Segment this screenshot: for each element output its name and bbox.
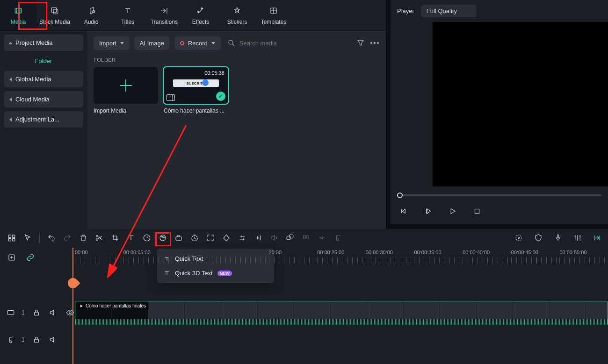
keyframe-icon[interactable] xyxy=(174,233,184,243)
mute-icon[interactable] xyxy=(317,233,327,243)
split-icon[interactable] xyxy=(94,233,104,243)
color-icon[interactable] xyxy=(158,233,168,243)
search-icon xyxy=(227,38,236,48)
caret-right-icon xyxy=(9,118,12,121)
search-field[interactable] xyxy=(225,36,351,50)
fit-icon[interactable] xyxy=(205,233,216,243)
prev-frame-button[interactable] xyxy=(399,206,409,216)
tab-label: Stock Media xyxy=(39,19,70,25)
track-manager-icon[interactable] xyxy=(7,233,17,243)
tab-media[interactable]: Media xyxy=(0,0,36,30)
timeline-ruler[interactable]: 00:00 00:00:05:00 20:00 00:00:25:00 00:0… xyxy=(0,250,608,255)
visibility-icon[interactable] xyxy=(65,307,75,318)
svg-point-23 xyxy=(305,236,307,238)
svg-rect-27 xyxy=(557,235,559,238)
templates-icon xyxy=(268,6,279,16)
auto-ripple-icon[interactable] xyxy=(592,233,602,243)
import-media-tile[interactable]: Import Media xyxy=(94,67,158,114)
render-preview-icon[interactable] xyxy=(514,233,524,243)
player-header: Player Full Quality xyxy=(391,0,608,22)
player-panel: Player Full Quality xyxy=(391,0,608,224)
quality-dropdown[interactable]: Full Quality xyxy=(421,5,477,17)
tab-templates[interactable]: Templates xyxy=(255,0,292,30)
shield-icon[interactable] xyxy=(533,233,543,243)
mixer-icon[interactable] xyxy=(572,233,583,243)
sidebar-cloud-media[interactable]: Cloud Media xyxy=(4,91,83,107)
crop-icon[interactable] xyxy=(110,233,120,243)
svg-rect-9 xyxy=(13,235,15,237)
music-link-icon[interactable] xyxy=(333,233,343,243)
svg-point-24 xyxy=(321,237,323,239)
sidebar-adjustment-layer[interactable]: Adjustment La... xyxy=(4,111,83,128)
voiceover-icon[interactable] xyxy=(553,233,563,243)
stop-button[interactable] xyxy=(472,206,482,216)
detach-audio-icon[interactable] xyxy=(269,233,279,243)
caret-right-icon xyxy=(9,98,12,101)
adjust-icon[interactable] xyxy=(237,233,247,243)
tab-effects[interactable]: Effects xyxy=(182,0,219,30)
mute-track-icon[interactable] xyxy=(48,307,58,318)
svg-rect-10 xyxy=(8,239,11,241)
seek-knob[interactable] xyxy=(397,193,403,198)
record-dropdown[interactable]: Record xyxy=(174,36,221,50)
lock-icon[interactable] xyxy=(31,335,42,345)
titles-icon xyxy=(123,6,133,16)
redo-icon[interactable] xyxy=(62,233,72,243)
svg-rect-1 xyxy=(51,7,57,13)
lock-icon[interactable] xyxy=(31,307,42,318)
seek-bar[interactable] xyxy=(397,193,601,198)
import-label: Import xyxy=(99,40,116,47)
group-icon[interactable] xyxy=(285,233,295,243)
tab-stock-media[interactable]: Stock Media xyxy=(36,0,73,30)
mute-track-icon[interactable] xyxy=(48,335,58,345)
svg-point-17 xyxy=(163,237,164,238)
delete-icon[interactable] xyxy=(78,233,88,243)
eq-icon[interactable] xyxy=(253,233,263,243)
sidebar-item-label: Global Media xyxy=(15,76,51,83)
tab-audio[interactable]: Audio xyxy=(73,0,109,30)
media-clip-tile[interactable]: 00:05:38 SUSCRITO ✓ Cómo hacer pantallas… xyxy=(164,67,228,114)
top-tabs: Media Stock Media Audio Titles Transitio… xyxy=(0,0,386,31)
browser-toolbar: Import AI Image Record xyxy=(87,31,386,55)
tab-transitions[interactable]: Transitions xyxy=(146,0,182,30)
svg-rect-0 xyxy=(15,8,22,13)
more-icon[interactable] xyxy=(370,38,379,48)
clip-inner-badge: SUSCRITO xyxy=(173,79,219,87)
svg-point-25 xyxy=(516,235,521,241)
duration-icon[interactable] xyxy=(189,233,200,243)
tab-titles[interactable]: Titles xyxy=(109,0,146,30)
thumbnail-grid: Import Media 00:05:38 SUSCRITO ✓ Cómo ha… xyxy=(87,67,386,114)
tile-caption: Import Media xyxy=(94,107,158,114)
filter-icon[interactable] xyxy=(356,38,365,48)
video-lane[interactable]: Cómo hacer pantallas finales xyxy=(75,301,608,325)
tab-label: Effects xyxy=(192,19,209,25)
sidebar: Project Media Folder Global Media Cloud … xyxy=(0,31,87,255)
search-input[interactable] xyxy=(239,40,349,47)
video-clip[interactable]: Cómo hacer pantallas finales xyxy=(75,301,608,325)
ai-image-button[interactable]: AI Image xyxy=(134,36,170,50)
play-pause-button[interactable] xyxy=(423,206,434,216)
transitions-icon xyxy=(159,6,169,16)
audio-track-header: 1 xyxy=(7,335,58,345)
sidebar-global-media[interactable]: Global Media xyxy=(4,71,83,87)
seek-track xyxy=(400,194,601,196)
tab-stickers[interactable]: Stickers xyxy=(219,0,255,30)
player-viewport[interactable] xyxy=(433,22,608,186)
plus-icon xyxy=(118,78,134,93)
svg-rect-7 xyxy=(475,209,479,214)
link-icon[interactable] xyxy=(25,252,36,263)
record-vo-icon[interactable] xyxy=(301,233,311,243)
undo-icon[interactable] xyxy=(46,233,57,243)
import-dropdown[interactable]: Import xyxy=(94,36,130,50)
sidebar-project-media[interactable]: Project Media xyxy=(4,35,83,51)
play-button[interactable] xyxy=(448,206,458,216)
svg-point-6 xyxy=(229,40,233,44)
select-tool-icon[interactable] xyxy=(22,233,33,243)
speed-icon[interactable] xyxy=(142,233,152,243)
marker-icon[interactable] xyxy=(221,233,232,243)
sidebar-folder-link[interactable]: Folder xyxy=(4,57,83,64)
chevron-down-icon xyxy=(211,42,215,44)
timeline-tracks: 1 Cómo hacer pantallas finales 1 xyxy=(0,272,608,364)
text-tool-icon[interactable] xyxy=(126,233,136,243)
add-track-icon[interactable] xyxy=(7,252,17,263)
